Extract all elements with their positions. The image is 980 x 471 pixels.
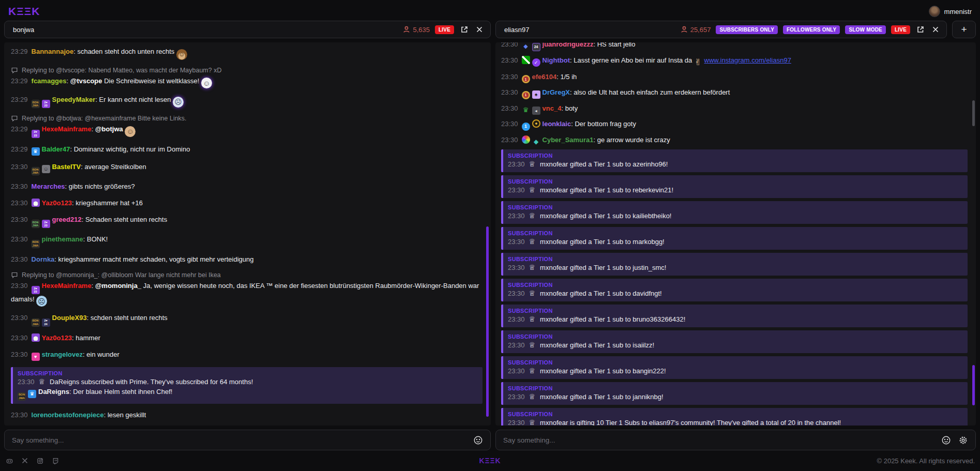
gift-crown-icon: ♕ <box>529 263 536 271</box>
viewers-icon <box>403 26 410 33</box>
right-channel-header: eliasn97 25,657 SUBSCRIBERS ONLY FOLLOWE… <box>495 21 947 38</box>
chat-username[interactable]: Merarches <box>32 183 65 190</box>
chat-message: 23:30Yaz0o123: hammer <box>11 333 483 343</box>
message-timestamp: 23:30 <box>11 183 28 190</box>
chat-username[interactable]: HexeMainframe <box>42 125 92 133</box>
chat-username[interactable]: Yaz0o123 <box>42 199 72 207</box>
gift-crown-icon: ♕ <box>529 392 536 401</box>
chat-message: 23:29♛Balder47: Dominanz wichtig, nicht … <box>11 144 483 156</box>
username-label: mmenistr <box>944 8 972 16</box>
chat-username[interactable]: vnc_4 <box>542 104 562 112</box>
right-popout-button[interactable] <box>915 24 926 35</box>
chat-username[interactable]: Yaz0o123 <box>42 334 72 342</box>
chat-message: 23:30✓Nightbot: Lasst gerne ein Abo bei … <box>501 55 968 68</box>
chat-username[interactable]: DrGregX <box>542 88 570 96</box>
gift-crown-icon: ♕ <box>529 160 536 168</box>
gift-crown-icon: ♕ <box>529 211 536 220</box>
chat-username[interactable]: Bannannajoe <box>32 48 74 55</box>
chat-message: 23:30◆24juanrodriguezzz: HS start jello <box>501 42 968 51</box>
mask-cry-emote: ☹ <box>173 97 184 108</box>
chat-username[interactable]: efe6104 <box>532 73 557 81</box>
gift-crown-icon: ♕ <box>529 289 536 297</box>
spade-purple-badge: ♠ <box>532 90 540 99</box>
subscription-notice: SUBSCRIPTION23:30♕mxnofear is gifting 10… <box>501 408 968 426</box>
muted-gray-badge: ◄ <box>532 107 540 115</box>
sub-2-23-badge: 2♥23 <box>32 286 40 294</box>
emoji-icon <box>941 435 951 445</box>
chat-username[interactable]: DaReigns <box>38 388 69 396</box>
slow-mode-badge: SLOW MODE <box>845 25 886 34</box>
message-timestamp: 23:30 <box>11 235 28 243</box>
chat-message: 23:30BDNJWApinethemane: BONK! <box>11 234 483 248</box>
chat-username[interactable]: Dornka <box>32 255 55 263</box>
bdn-jwa-badge: BDNJWA <box>32 318 40 327</box>
gift-crown-icon: ♕ <box>39 377 46 386</box>
right-chat-scrollbar[interactable] <box>972 365 975 405</box>
left-viewer-count: 5,635 <box>403 26 430 34</box>
left-chat-scrollbar[interactable] <box>486 226 489 417</box>
left-emoji-button[interactable] <box>472 434 484 446</box>
twitch-icon[interactable] <box>51 457 60 465</box>
chat-username[interactable]: fcamagges <box>32 77 67 85</box>
chat-inputs-row <box>0 430 980 450</box>
viewers-icon <box>681 26 688 33</box>
chat-username[interactable]: BastelTV <box>52 163 81 171</box>
message-timestamp: 23:30 <box>11 199 28 207</box>
chat-username[interactable]: pinethemane <box>42 235 83 243</box>
left-close-button[interactable] <box>475 25 484 34</box>
subscription-label: SUBSCRIPTION <box>508 204 962 211</box>
message-timestamp: 23:30 <box>501 73 518 81</box>
channel-headers-row: bonjwa 5,635 LIVE eliasn97 25,657 SUBSCR… <box>0 21 980 38</box>
chat-username[interactable]: lorenorbestofonepiece <box>32 411 104 419</box>
right-settings-button[interactable] <box>957 434 969 446</box>
subscription-label: SUBSCRIPTION <box>508 307 962 314</box>
subscription-text: 23:30♕mxnofear gifted a Tier 1 sub to ju… <box>508 263 962 272</box>
subscription-label: SUBSCRIPTION <box>508 385 962 392</box>
message-timestamp: 23:30 <box>508 160 525 168</box>
chat-username[interactable]: juanrodriguezzz <box>542 42 594 48</box>
sub-2-23-badge: 2♥23 <box>42 100 50 108</box>
message-timestamp: 23:29 <box>11 145 28 153</box>
bdn-jwa-badge: BDNJWA <box>32 100 40 108</box>
message-timestamp: 23:30 <box>11 334 28 342</box>
gear-icon <box>958 435 968 445</box>
chat-username[interactable]: HexeMainframe <box>42 282 92 290</box>
chat-username[interactable]: SpeedyMaker <box>52 96 96 103</box>
subscription-text: 23:30♕mxnofear gifted a Tier 1 sub to br… <box>508 314 962 324</box>
heart-pink-badge: ♥ <box>32 353 40 361</box>
right-close-button[interactable] <box>931 25 940 34</box>
left-chat-input[interactable] <box>12 436 467 444</box>
right-chat-scrollbar-top[interactable] <box>972 100 975 126</box>
user-menu[interactable]: mmenistr <box>929 6 972 17</box>
mention-text: @momoninja_ <box>95 282 141 290</box>
sub-2-23-badge: 2♥23 <box>42 220 50 228</box>
chat-message: 23:301efe6104: 1/5 ih <box>501 72 968 84</box>
chat-username[interactable]: strangelovez <box>42 351 83 358</box>
subscription-text: 23:30♕mxnofear gifted a Tier 1 sub to az… <box>508 159 962 169</box>
cake-badge <box>32 333 40 342</box>
chat-username[interactable]: Nightbot <box>542 56 570 64</box>
add-channel-button[interactable]: + <box>952 21 976 38</box>
message-timestamp: 23:29 <box>11 125 28 133</box>
x-twitter-icon[interactable] <box>21 457 29 465</box>
right-chat-input-box <box>495 430 976 450</box>
close-icon <box>476 26 483 33</box>
chat-username[interactable]: leonklaic <box>542 120 571 128</box>
chat-username[interactable]: Cyber_Samura1 <box>542 136 594 144</box>
chat-username[interactable]: DoupleX93 <box>52 314 87 322</box>
message-timestamp: 23:30 <box>501 42 518 48</box>
chat-username[interactable]: greed212 <box>52 216 82 223</box>
chat-link[interactable]: www.instagram.com/eliasn97 <box>704 56 791 64</box>
discord-icon[interactable] <box>5 457 14 465</box>
instagram-icon[interactable] <box>36 457 44 465</box>
sub-24-badge: 24 <box>532 43 540 51</box>
chat-message: BONJWA♛DaReigns: Der blaue Helm steht ih… <box>18 387 477 400</box>
left-popout-button[interactable] <box>459 24 470 35</box>
bdn-jwa-green-badge: BDNJWA <box>32 220 40 228</box>
gift-crown-icon: ♕ <box>529 341 536 349</box>
subscription-label: SUBSCRIPTION <box>508 411 962 418</box>
right-chat-input[interactable] <box>503 436 935 444</box>
chat-username[interactable]: Balder47 <box>42 145 70 153</box>
external-link-icon <box>916 25 925 34</box>
right-emoji-button[interactable] <box>940 434 952 446</box>
